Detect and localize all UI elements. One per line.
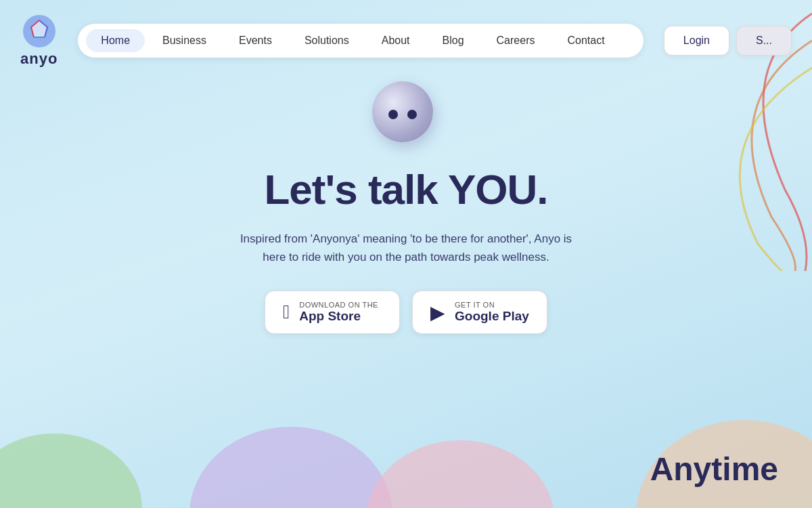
svg-point-1 [0, 433, 142, 508]
nav-careers[interactable]: Careers [482, 29, 550, 52]
mascot-eyes [388, 110, 417, 119]
store-buttons:  DOWNLOAD ON THE App Store ▶ GET IT ON … [265, 291, 547, 334]
mascot-right-eye [407, 110, 417, 119]
apple-icon:  [283, 301, 290, 323]
hero-title: Let's talk YOU. [265, 165, 548, 213]
nav-blog[interactable]: Blog [428, 29, 479, 52]
appstore-button[interactable]:  DOWNLOAD ON THE App Store [265, 291, 400, 334]
login-button[interactable]: Login [664, 26, 729, 56]
nav-solutions[interactable]: Solutions [290, 29, 364, 52]
appstore-label: DOWNLOAD ON THE [299, 301, 378, 309]
nav-contact[interactable]: Contact [552, 29, 619, 52]
appstore-text: DOWNLOAD ON THE App Store [299, 301, 378, 324]
nav-about[interactable]: About [367, 29, 425, 52]
nav-business[interactable]: Business [148, 29, 221, 52]
play-icon: ▶ [430, 301, 445, 324]
mascot-left-eye [388, 110, 398, 119]
nav-menu: Home Business Events Solutions About Blo… [78, 24, 643, 58]
googleplay-button[interactable]: ▶ GET IT ON Google Play [412, 291, 547, 334]
brand-name: anyo [20, 50, 58, 68]
signup-button[interactable]: S... [736, 26, 792, 56]
mascot [372, 81, 440, 149]
blobs-container [0, 373, 812, 508]
bottom-blobs-svg [0, 373, 812, 508]
mascot-ball [372, 81, 433, 142]
nav-buttons: Login S... [664, 26, 792, 56]
googleplay-label: GET IT ON [455, 301, 495, 309]
hero-section: Let's talk YOU. Inspired from 'Anyonya' … [0, 81, 812, 334]
nav-home[interactable]: Home [86, 29, 145, 52]
logo-area: anyo [20, 14, 58, 68]
googleplay-name: Google Play [455, 309, 529, 324]
navbar: anyo Home Business Events Solutions Abou… [0, 0, 812, 68]
nav-events[interactable]: Events [224, 29, 287, 52]
logo-icon [22, 14, 57, 49]
anytime-text: Anytime [650, 450, 778, 488]
appstore-name: App Store [299, 309, 361, 324]
googleplay-text: GET IT ON Google Play [455, 301, 529, 324]
svg-point-3 [365, 440, 555, 508]
hero-subtitle: Inspired from 'Anyonya' meaning 'to be t… [230, 230, 582, 266]
svg-point-2 [189, 427, 392, 508]
